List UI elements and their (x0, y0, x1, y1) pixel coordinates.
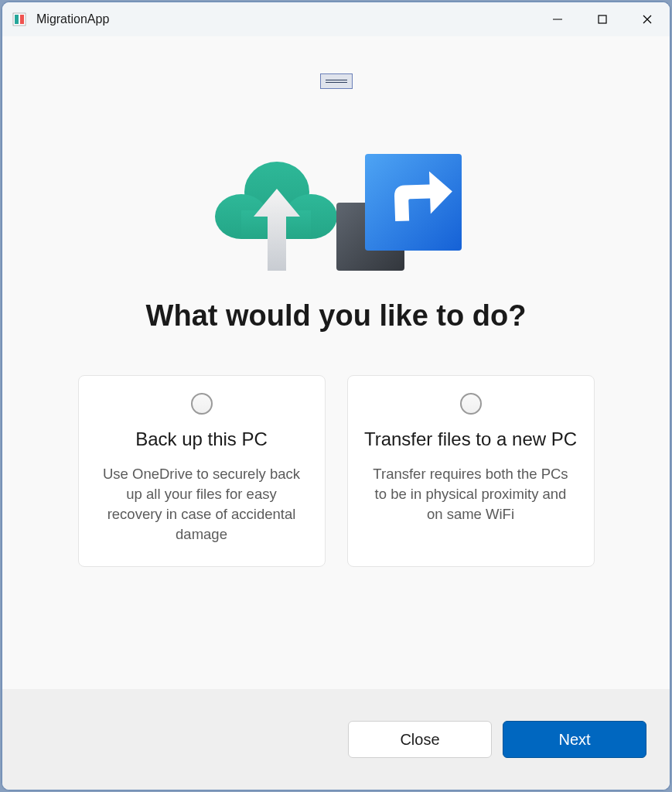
titlebar: MigrationApp (2, 2, 670, 36)
option-backup-title: Back up this PC (94, 428, 309, 450)
cloud-upload-icon (209, 156, 348, 276)
app-icon (12, 12, 27, 27)
drag-handle-icon[interactable] (320, 73, 353, 89)
option-backup[interactable]: Back up this PC Use OneDrive to securely… (78, 375, 326, 567)
page-heading: What would you like to do? (146, 299, 527, 333)
footer-bar: Close Next (2, 689, 670, 790)
app-window: MigrationApp (2, 2, 670, 790)
transfer-shortcut-icon (333, 152, 464, 276)
option-group: Back up this PC Use OneDrive to securely… (2, 375, 670, 567)
maximize-button[interactable] (580, 2, 625, 36)
option-transfer[interactable]: Transfer files to a new PC Transfer requ… (347, 375, 595, 567)
content-area: What would you like to do? Back up this … (2, 36, 670, 689)
option-backup-description: Use OneDrive to securely back up all you… (94, 464, 309, 544)
option-transfer-title: Transfer files to a new PC (363, 428, 578, 450)
svg-rect-4 (599, 15, 606, 23)
option-transfer-description: Transfer requires both the PCs to be in … (363, 464, 578, 524)
hero-illustration (209, 152, 464, 276)
window-controls (535, 2, 670, 36)
svg-rect-2 (20, 15, 24, 24)
window-title: MigrationApp (36, 12, 109, 26)
next-button[interactable]: Next (503, 721, 646, 758)
radio-backup[interactable] (191, 393, 213, 415)
svg-rect-1 (15, 15, 19, 24)
svg-rect-12 (365, 154, 462, 251)
close-button[interactable]: Close (348, 721, 492, 758)
close-window-button[interactable] (625, 2, 670, 36)
radio-transfer[interactable] (460, 393, 482, 415)
minimize-button[interactable] (535, 2, 580, 36)
